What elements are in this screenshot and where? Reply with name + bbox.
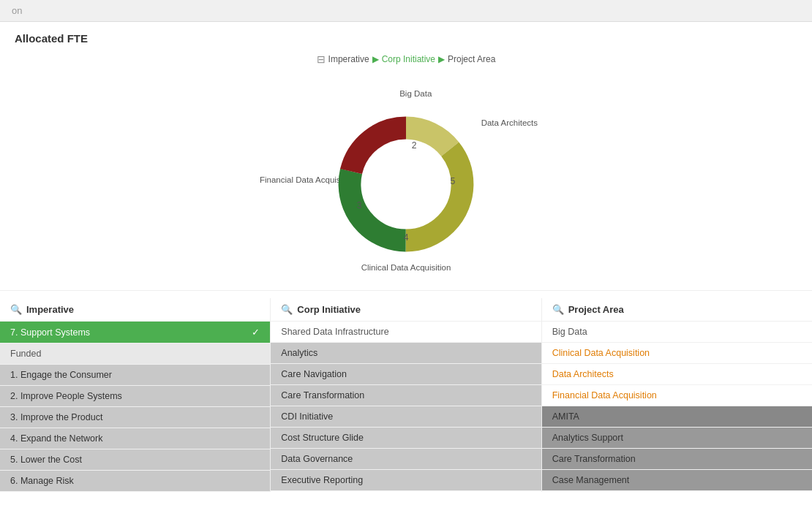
item-label: 5. Lower the Cost [10, 455, 82, 465]
list-item[interactable]: Cost Structure Glide [271, 428, 541, 449]
item-label: 7. Support Systems [10, 327, 90, 338]
item-label: Care Navigation [281, 369, 347, 379]
imperative-header: 🔍 Imperative [0, 298, 270, 322]
list-item[interactable]: Analytics Support [542, 428, 812, 449]
label-data-architects: Data Architects [481, 118, 538, 127]
list-item[interactable]: Care Navigation [271, 364, 541, 385]
list-item[interactable]: CDI Initiative [271, 406, 541, 428]
item-label: Care Transformation [552, 454, 636, 464]
item-label: Clinical Data Acquisition [552, 348, 650, 358]
list-item[interactable]: Executive Reporting [271, 470, 541, 491]
list-item[interactable]: 1. Engage the Consumer [0, 365, 270, 386]
imperative-column: 🔍 Imperative 7. Support Systems ✓ Funded… [0, 298, 271, 492]
list-item[interactable]: Care Transformation [542, 449, 812, 470]
list-item[interactable]: Funded [0, 343, 270, 365]
check-icon: ✓ [252, 327, 260, 338]
list-item[interactable]: Clinical Data Acquisition [542, 343, 812, 364]
project-search-icon: 🔍 [552, 304, 564, 315]
list-item[interactable]: Case Management [542, 470, 812, 491]
list-item[interactable]: Big Data [542, 322, 812, 343]
list-item[interactable]: Data Governance [271, 449, 541, 470]
project-header: 🔍 Project Area [542, 298, 812, 322]
list-item[interactable]: 3. Improve the Product [0, 407, 270, 428]
item-label: Executive Reporting [281, 475, 363, 485]
list-item[interactable]: AMITA [542, 406, 812, 428]
breadcrumb: ⊟ Imperative ▶ Corp Initiative ▶ Project… [0, 50, 812, 71]
item-label: Financial Data Acquisition [552, 390, 657, 400]
breadcrumb-sep-2: ▶ [438, 54, 445, 64]
chart-wrapper: Big Data Data Architects Financial Data … [289, 82, 523, 286]
item-label: 2. Improve People Systems [10, 391, 122, 401]
item-label: Data Architects [552, 369, 614, 379]
page-container: on Allocated FTE ⊟ Imperative ▶ Corp Ini… [0, 0, 812, 505]
list-item[interactable]: Analytics [271, 343, 541, 364]
item-label: Case Management [552, 475, 630, 485]
corp-initiative-column: 🔍 Corp Initiative Shared Data Infrastruc… [271, 298, 541, 492]
item-label: 1. Engage the Consumer [10, 370, 112, 380]
corp-search-icon: 🔍 [281, 304, 293, 315]
list-item[interactable]: Shared Data Infrastructure [271, 322, 541, 343]
item-label: Shared Data Infrastructure [281, 327, 388, 337]
item-label: 6. Manage Risk [10, 476, 74, 486]
breadcrumb-project[interactable]: Project Area [448, 54, 495, 64]
donut-center [362, 140, 451, 229]
item-label: 3. Improve the Product [10, 412, 102, 422]
breadcrumb-sep-1: ▶ [372, 54, 379, 64]
item-label: Cost Structure Glide [281, 433, 364, 443]
page-title: Allocated FTE [0, 22, 812, 50]
header-text: on [12, 5, 22, 16]
list-item[interactable]: 5. Lower the Cost [0, 449, 270, 471]
val-data-architects: 5 [450, 176, 455, 186]
project-title: Project Area [568, 304, 624, 315]
list-item[interactable]: 6. Manage Risk [0, 471, 270, 492]
filter-icon: ⊟ [317, 53, 326, 65]
project-area-column: 🔍 Project Area Big Data Clinical Data Ac… [542, 298, 812, 492]
val-clinical: 4 [404, 232, 409, 243]
corp-header: 🔍 Corp Initiative [271, 298, 541, 322]
item-label: Big Data [552, 327, 587, 337]
val-financial: 3 [357, 200, 362, 210]
item-label: Analytics [281, 348, 317, 358]
list-item[interactable]: 2. Improve People Systems [0, 386, 270, 407]
lists-container: 🔍 Imperative 7. Support Systems ✓ Funded… [0, 290, 812, 492]
chart-area: Big Data Data Architects Financial Data … [0, 71, 812, 290]
list-item[interactable]: Care Transformation [271, 385, 541, 406]
list-item[interactable]: Financial Data Acquisition [542, 385, 812, 406]
list-item[interactable]: 7. Support Systems ✓ [0, 322, 270, 343]
item-label: AMITA [552, 411, 579, 422]
item-label: CDI Initiative [281, 411, 333, 422]
breadcrumb-imperative[interactable]: Imperative [328, 54, 369, 64]
item-label: Data Governance [281, 454, 353, 464]
list-item[interactable]: Data Architects [542, 364, 812, 385]
imperative-search-icon: 🔍 [10, 304, 22, 315]
label-big-data: Big Data [399, 89, 432, 98]
item-label: Care Transformation [281, 390, 364, 400]
list-item[interactable]: 4. Expand the Network [0, 428, 270, 449]
header-bar: on [0, 0, 812, 22]
imperative-title: Imperative [26, 304, 74, 315]
breadcrumb-corp[interactable]: Corp Initiative [382, 54, 435, 64]
val-big-data: 2 [412, 140, 417, 151]
item-label: Analytics Support [552, 433, 623, 443]
item-label: Funded [10, 349, 41, 359]
item-label: 4. Expand the Network [10, 433, 102, 444]
donut-chart: 2 5 4 3 [326, 104, 486, 265]
corp-title: Corp Initiative [297, 304, 361, 315]
